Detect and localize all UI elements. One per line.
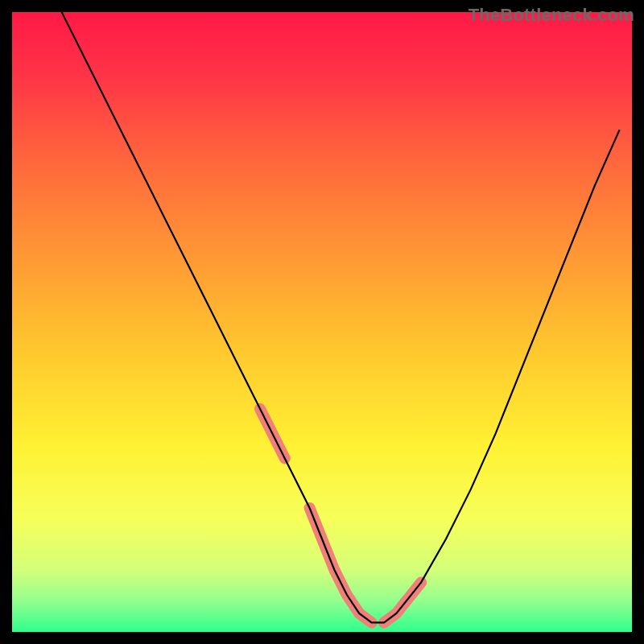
brand-watermark: TheBottleneck.com bbox=[469, 5, 634, 26]
chart-stage: TheBottleneck.com bbox=[0, 0, 644, 644]
bottleneck-chart bbox=[12, 12, 632, 632]
